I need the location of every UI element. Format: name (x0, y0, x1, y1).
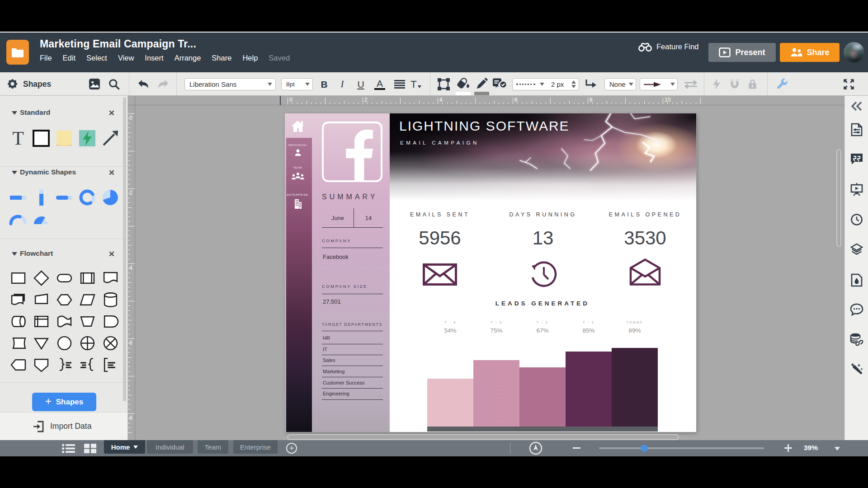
presentation-icon[interactable] (845, 183, 868, 196)
shape-decision[interactable] (31, 267, 52, 288)
shape-manual-input[interactable] (77, 311, 98, 332)
shape-terminator[interactable] (54, 267, 75, 288)
shape-progress-bar-v[interactable] (31, 187, 52, 208)
shape-summing-junction[interactable] (100, 333, 121, 353)
canvas-hscrollbar[interactable] (287, 434, 679, 440)
zoom-slider-track[interactable] (599, 447, 764, 449)
shape-data-button[interactable] (492, 78, 507, 90)
shape-off-page-connector[interactable] (31, 354, 52, 375)
shape-bracket-note[interactable] (100, 354, 121, 375)
line-color-button[interactable] (475, 78, 488, 90)
menu-file[interactable]: File (40, 54, 52, 62)
shape-or[interactable] (77, 333, 98, 353)
comments-icon[interactable] (845, 303, 868, 316)
shape-multiple-documents[interactable] (8, 289, 28, 310)
page-grid-icon[interactable] (84, 444, 96, 455)
shape-direct-access-storage[interactable] (8, 311, 28, 332)
tab-team[interactable]: Team (198, 440, 228, 454)
reset-orientation-button[interactable] (529, 441, 542, 457)
collapse-dock-icon[interactable] (845, 101, 868, 111)
shape-document[interactable] (100, 267, 121, 288)
add-page-button[interactable]: + (286, 443, 297, 454)
page[interactable]: INDIVIDUAL TEAM ENTERPRISE SUMMARY June … (285, 113, 696, 432)
shape-loop-limit[interactable] (8, 354, 28, 375)
bold-button[interactable]: B (319, 78, 330, 90)
font-family-select[interactable]: Liberation Sans (184, 78, 276, 90)
section-dynamic-close-icon[interactable]: ✕ (108, 168, 115, 178)
document-icon[interactable] (6, 40, 29, 65)
present-button[interactable]: Present (708, 43, 776, 62)
data-linking-icon[interactable] (845, 333, 868, 346)
tab-individual[interactable]: Individual (147, 440, 193, 454)
zoom-out-button[interactable] (573, 447, 580, 449)
canvas[interactable]: INDIVIDUAL TEAM ENTERPRISE SUMMARY June … (128, 96, 844, 440)
menu-help[interactable]: Help (242, 54, 258, 62)
shape-progress-bar-h[interactable] (8, 187, 28, 208)
hotspot-button[interactable] (711, 78, 722, 90)
lock-button[interactable] (747, 78, 758, 90)
shapes-gear-icon[interactable] (6, 78, 19, 90)
menu-edit[interactable]: Edit (63, 54, 75, 62)
shape-predefined-process[interactable] (77, 267, 98, 288)
fullscreen-button[interactable] (843, 78, 855, 90)
notes-icon[interactable] (845, 153, 868, 165)
feature-find-button[interactable]: Feature Find (638, 42, 699, 52)
underline-button[interactable]: U (355, 78, 366, 90)
share-button[interactable]: Share (780, 43, 840, 62)
shape-connector[interactable] (54, 333, 75, 353)
shapes-panel-scrollbar[interactable] (123, 97, 126, 401)
page-settings-icon[interactable] (845, 123, 868, 136)
shape-brace-note-left[interactable] (77, 354, 98, 375)
line-width-stepper[interactable]: 2 px (547, 78, 579, 90)
text-color-button[interactable]: A (374, 79, 385, 90)
shape-delay[interactable] (100, 311, 121, 332)
layers-icon[interactable] (845, 243, 868, 256)
shape-internal-storage[interactable] (31, 311, 52, 332)
swap-connection-button[interactable] (684, 80, 698, 89)
text-align-button[interactable] (394, 80, 405, 89)
redo-button[interactable] (156, 79, 170, 90)
shape-gauge-quarter[interactable] (31, 209, 52, 230)
zoom-level[interactable]: 39% (804, 444, 818, 452)
canvas-vscrollbar[interactable] (836, 149, 841, 247)
font-size-select[interactable]: 8pt (281, 78, 313, 90)
shape-dynamic[interactable] (77, 128, 98, 149)
page-list-icon[interactable] (62, 444, 75, 455)
shape-database[interactable] (100, 289, 121, 310)
menu-view[interactable]: View (118, 54, 134, 62)
section-flowchart-close-icon[interactable]: ✕ (108, 249, 115, 259)
shape-rectangle[interactable] (31, 128, 52, 149)
document-title[interactable]: Marketing Email Campaign Tr... (40, 38, 196, 50)
text-options-button[interactable]: T (410, 78, 421, 90)
shape-paper-tape[interactable] (54, 311, 75, 332)
shape-brace-note-right[interactable] (54, 354, 75, 375)
add-shapes-button[interactable]: + Shapes (32, 393, 96, 411)
shape-merge[interactable] (31, 333, 52, 353)
shape-progress-pill[interactable] (54, 187, 75, 208)
zoom-caret-icon[interactable] (835, 447, 840, 450)
magic-wand-icon[interactable] (845, 362, 868, 376)
import-data-button[interactable]: Import Data (0, 412, 127, 440)
collapse-triangle-icon[interactable] (12, 111, 17, 115)
zoom-slider-thumb[interactable] (641, 445, 648, 452)
line-end-select[interactable] (640, 78, 678, 90)
line-style-select[interactable] (512, 78, 548, 90)
shape-gauge-arc[interactable] (8, 209, 28, 230)
shape-text[interactable]: T (8, 128, 28, 149)
magnetize-button[interactable] (729, 78, 741, 90)
shape-data[interactable] (77, 289, 98, 310)
theme-icon[interactable] (845, 273, 868, 287)
shape-preparation[interactable] (54, 289, 75, 310)
user-avatar[interactable] (844, 42, 864, 63)
fill-color-button[interactable] (456, 78, 470, 89)
image-library-icon[interactable] (89, 78, 100, 90)
history-icon[interactable] (845, 213, 868, 226)
shape-frame-button[interactable] (438, 78, 450, 90)
menu-arrange[interactable]: Arrange (175, 54, 201, 62)
tab-enterprise[interactable]: Enterprise (233, 440, 278, 454)
collapse-triangle-icon[interactable] (12, 171, 17, 174)
shape-process[interactable] (8, 267, 28, 288)
shape-manual-operation[interactable] (31, 289, 52, 310)
line-start-select[interactable]: None (604, 78, 636, 90)
advanced-tools-button[interactable] (776, 78, 788, 90)
